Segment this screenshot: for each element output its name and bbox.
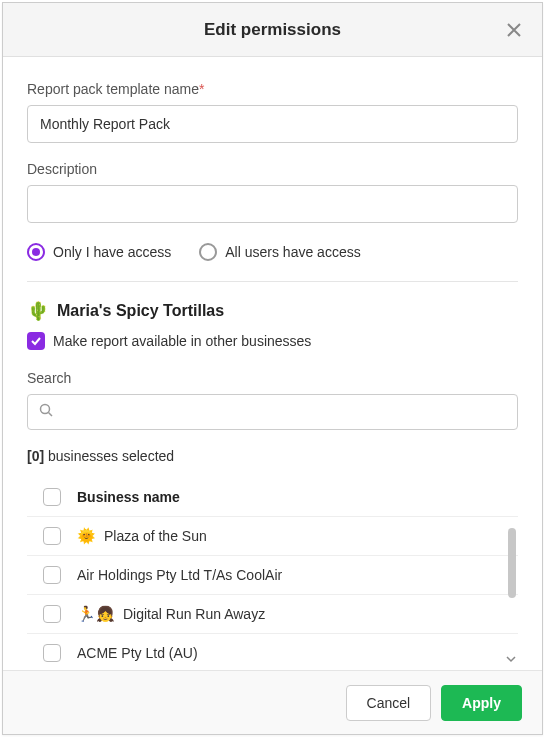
template-name-input[interactable] <box>27 105 518 143</box>
modal-header: Edit permissions <box>3 3 542 57</box>
business-name: Maria's Spicy Tortillas <box>57 302 224 320</box>
search-label: Search <box>27 370 518 386</box>
divider <box>27 281 518 282</box>
search-input[interactable] <box>27 394 518 430</box>
close-button[interactable] <box>502 18 526 42</box>
table-row[interactable]: Air Holdings Pty Ltd T/As CoolAir <box>27 555 518 594</box>
description-input[interactable] <box>27 185 518 223</box>
row-checkbox[interactable] <box>43 605 61 623</box>
radio-icon <box>27 243 45 261</box>
table-row[interactable]: ACME Pty Ltd (AU) <box>27 633 518 670</box>
share-label: Make report available in other businesse… <box>53 333 311 349</box>
row-business-name: Air Holdings Pty Ltd T/As CoolAir <box>77 567 282 583</box>
edit-permissions-modal: Edit permissions Report pack template na… <box>2 2 543 735</box>
radio-only-me[interactable]: Only I have access <box>27 243 171 261</box>
checkbox-checked-icon <box>27 332 45 350</box>
access-radio-group: Only I have access All users have access <box>27 243 518 261</box>
table-header-row: Business name <box>27 478 518 516</box>
cactus-icon: 🌵 <box>27 300 49 322</box>
radio-all-users[interactable]: All users have access <box>199 243 360 261</box>
row-business-name: Digital Run Run Awayz <box>123 606 265 622</box>
row-business-name: ACME Pty Ltd (AU) <box>77 645 198 661</box>
table-row[interactable]: 🌞 Plaza of the Sun <box>27 516 518 555</box>
svg-point-0 <box>41 405 50 414</box>
apply-button[interactable]: Apply <box>441 685 522 721</box>
table-row[interactable]: 🏃👧 Digital Run Run Awayz <box>27 594 518 633</box>
sun-icon: 🌞 <box>77 527 96 545</box>
radio-icon <box>199 243 217 261</box>
search-icon <box>39 403 53 421</box>
column-header-business-name: Business name <box>77 489 180 505</box>
row-checkbox[interactable] <box>43 644 61 662</box>
people-icon: 🏃👧 <box>77 605 115 623</box>
modal-title: Edit permissions <box>204 20 341 40</box>
row-business-name: Plaza of the Sun <box>104 528 207 544</box>
description-label: Description <box>27 161 518 177</box>
business-header: 🌵 Maria's Spicy Tortillas <box>27 300 518 322</box>
scrollbar-thumb[interactable] <box>508 528 516 598</box>
radio-label: Only I have access <box>53 244 171 260</box>
modal-footer: Cancel Apply <box>3 670 542 734</box>
row-checkbox[interactable] <box>43 566 61 584</box>
cancel-button[interactable]: Cancel <box>346 685 432 721</box>
row-checkbox[interactable] <box>43 527 61 545</box>
modal-body: Report pack template name* Description O… <box>3 57 542 670</box>
search-wrap <box>27 394 518 430</box>
radio-label: All users have access <box>225 244 360 260</box>
share-checkbox-row[interactable]: Make report available in other businesse… <box>27 332 518 350</box>
scroll-down-icon[interactable] <box>506 650 516 668</box>
close-icon <box>507 23 521 37</box>
select-all-checkbox[interactable] <box>43 488 61 506</box>
selected-count: [0] businesses selected <box>27 448 518 464</box>
name-label: Report pack template name* <box>27 81 518 97</box>
business-table: Business name 🌞 Plaza of the Sun Air Hol… <box>27 478 518 670</box>
required-indicator: * <box>199 81 204 97</box>
